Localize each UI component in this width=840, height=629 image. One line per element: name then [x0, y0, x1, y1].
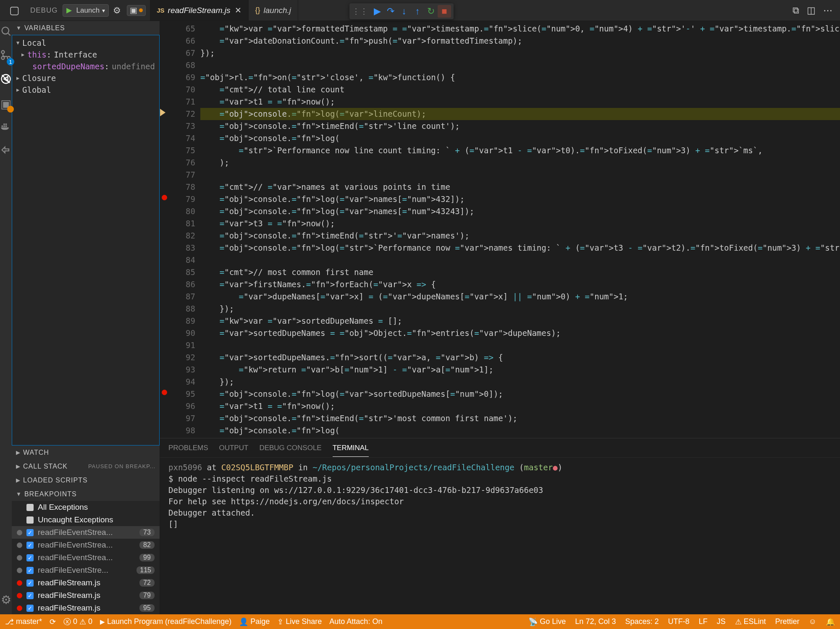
breakpoint-item[interactable]: ✓ readFileStream.js 72 — [12, 577, 160, 589]
breakpoint-item[interactable]: ✓ readFileEventStre... 115 — [12, 564, 160, 577]
code-line[interactable]: ="cmt">// most common first name — [200, 266, 840, 278]
variables-header[interactable]: ▼ VARIABLES — [12, 21, 160, 35]
docker-icon[interactable] — [0, 120, 12, 135]
code-line[interactable]: ="obj">console.="fn">timeEnd(="str">'lin… — [200, 120, 840, 132]
watch-header[interactable]: ▶WATCH — [12, 446, 160, 459]
code-line[interactable]: ="obj">console.="fn">timeEnd(="str">'mos… — [200, 412, 840, 425]
code-editor[interactable]: ="kw">var ="var">formattedTimestamp = ="… — [199, 21, 840, 438]
checkbox-icon[interactable]: ✓ — [26, 579, 34, 587]
code-line[interactable]: ="str">`Performance now line count timin… — [200, 144, 840, 157]
dropdown-icon[interactable]: ▾ — [102, 7, 105, 14]
status-encoding[interactable]: UTF-8 — [668, 617, 690, 626]
status-branch[interactable]: ⎇master* — [5, 617, 42, 626]
checkbox-icon[interactable]: ✓ — [26, 592, 34, 599]
tab-readfilestream[interactable]: JS readFileStream.js ✕ — [150, 0, 248, 21]
code-line[interactable]: ="var">sortedDupeNames = ="obj">Object.=… — [200, 327, 840, 339]
code-line[interactable]: ="cmt">// total line count — [200, 84, 840, 96]
source-control-icon[interactable]: 1 — [0, 49, 12, 64]
status-errors[interactable]: ⓧ0 ⚠0 — [63, 617, 92, 627]
search-icon[interactable] — [0, 25, 12, 40]
status-eslint[interactable]: ⚠ESLint — [735, 617, 766, 626]
var-this[interactable]: ▶this:Interface — [12, 49, 159, 60]
code-line[interactable]: }); — [200, 303, 840, 315]
status-sync[interactable]: ⟳ — [50, 617, 56, 626]
tab-output[interactable]: OUTPUT — [219, 444, 248, 452]
code-line[interactable]: ="kw">var ="var">sortedDupeNames = []; — [200, 315, 840, 327]
start-debug-icon[interactable]: ▶ — [66, 6, 72, 15]
code-line[interactable]: ="var">sortedDupeNames.="fn">sort((="var… — [200, 351, 840, 364]
code-line[interactable]: ="obj">console.="fn">log(="var">sortedDu… — [200, 388, 840, 400]
checkbox-icon[interactable]: ✓ — [26, 605, 34, 612]
debug-settings-icon[interactable]: ⚙ — [113, 5, 121, 16]
checkbox-icon[interactable]: ✓ — [26, 542, 34, 549]
breakpoint-dot-icon[interactable] — [162, 195, 167, 200]
step-into-icon[interactable]: ↓ — [397, 6, 411, 17]
status-golive[interactable]: 📡Go Live — [528, 617, 566, 626]
extensions-icon[interactable]: ▣ — [0, 97, 11, 111]
code-line[interactable]: ="obj">console.="fn">log(="str">`Perform… — [200, 242, 840, 254]
scope-local[interactable]: ▼Local — [12, 37, 159, 49]
code-line[interactable]: ="obj">console.="fn">log( — [200, 425, 840, 437]
split-editor-icon[interactable]: ◫ — [807, 5, 816, 16]
code-line[interactable]: ="obj">console.="fn">log(="var">names[="… — [200, 205, 840, 218]
continue-icon[interactable]: ▶ — [370, 6, 384, 17]
breakpoint-gutter[interactable] — [160, 21, 169, 438]
compare-icon[interactable]: ⧉ — [793, 5, 799, 16]
status-prettier[interactable]: Prettier — [775, 617, 800, 626]
breakpoint-item[interactable]: ✓ readFileEventStrea... 99 — [12, 551, 160, 564]
code-line[interactable] — [200, 59, 840, 71]
code-line[interactable]: ="obj">rl.="fn">on(="str">'close', ="kw"… — [200, 71, 840, 84]
tab-launch-json[interactable]: {} launch.j — [249, 0, 299, 21]
tab-debug-console[interactable]: DEBUG CONSOLE — [259, 444, 321, 452]
drag-handle-icon[interactable]: ⋮⋮ — [352, 7, 368, 16]
code-line[interactable]: ="obj">console.="fn">log( — [200, 132, 840, 144]
code-line[interactable]: ="var">t3 = ="fn">now(); — [200, 218, 840, 230]
liveshare-icon[interactable] — [0, 144, 12, 159]
code-line[interactable]: ="var">dateDonationCount.="fn">push(="va… — [200, 35, 840, 47]
status-spaces[interactable]: Spaces: 2 — [625, 617, 659, 626]
close-tab-icon[interactable]: ✕ — [235, 5, 242, 15]
status-lang[interactable]: JS — [717, 617, 726, 626]
status-launch[interactable]: ▶Launch Program (readFileChallenge) — [100, 617, 231, 626]
status-eol[interactable]: LF — [699, 617, 708, 626]
stop-icon[interactable]: ■ — [438, 5, 451, 18]
step-over-icon[interactable]: ↷ — [384, 6, 397, 17]
code-line[interactable]: ); — [200, 157, 840, 169]
status-bell-icon[interactable]: 🔔 — [826, 617, 835, 626]
code-line[interactable]: ="obj">console.="fn">timeEnd(="str">'="v… — [200, 230, 840, 242]
code-line[interactable]: }); — [200, 376, 840, 388]
tab-problems[interactable]: PROBLEMS — [168, 444, 208, 452]
code-line[interactable]: ="cmt">// ="var">names at various points… — [200, 181, 840, 193]
breakpoint-item[interactable]: ✓ readFileEventStrea... 73 — [12, 526, 160, 539]
code-line[interactable]: ="kw">var ="var">formattedTimestamp = ="… — [200, 23, 840, 35]
checkbox-icon[interactable]: ✓ — [26, 567, 34, 574]
files-icon[interactable]: ▢ — [9, 4, 20, 17]
code-line[interactable]: ="obj">console.="fn">log(="var">names[="… — [200, 193, 840, 205]
breakpoint-dot-icon[interactable] — [162, 390, 167, 395]
bp-uncaught-exceptions[interactable]: Uncaught Exceptions — [12, 514, 160, 526]
var-sorteddupenames[interactable]: sortedDupeNames:undefined — [12, 60, 159, 72]
breakpoint-item[interactable]: ✓ readFileStream.js 79 — [12, 589, 160, 602]
code-line[interactable]: ="var">dupeNames[="var">x] = (="var">dup… — [200, 291, 840, 303]
loadedscripts-header[interactable]: ▶LOADED SCRIPTS — [12, 473, 160, 487]
debug-console-icon[interactable]: ▣ — [127, 5, 146, 16]
step-out-icon[interactable]: ↑ — [411, 6, 424, 17]
checkbox-icon[interactable]: ✓ — [26, 529, 34, 536]
restart-icon[interactable]: ↻ — [424, 6, 438, 17]
bp-all-exceptions[interactable]: All Exceptions — [12, 501, 160, 514]
code-line[interactable] — [200, 254, 840, 266]
breakpoints-header[interactable]: ▼BREAKPOINTS — [12, 487, 160, 501]
terminal-output[interactable]: pxn5096 at C02SQ5LBGTFMMBP in ~/Repos/pe… — [160, 458, 840, 614]
code-line[interactable]: ="var">t1 = ="fn">now(); — [200, 400, 840, 412]
scope-global[interactable]: ▶Global — [12, 84, 159, 96]
launch-config-select[interactable]: ▶ Launch ▾ — [63, 4, 109, 17]
code-line[interactable]: ="var">firstNames.="fn">forEach(="var">x… — [200, 278, 840, 291]
status-feedback-icon[interactable]: ☺ — [809, 617, 816, 626]
settings-icon[interactable]: ⚙ — [1, 593, 11, 607]
scope-closure[interactable]: ▶Closure — [12, 72, 159, 84]
code-line[interactable]: ="obj">console.="fn">log(="var">lineCoun… — [200, 108, 840, 120]
callstack-header[interactable]: ▶CALL STACKPAUSED ON BREAKP... — [12, 459, 160, 473]
status-liveshare[interactable]: ⇪Live Share — [277, 617, 322, 626]
code-line[interactable] — [200, 169, 840, 181]
checkbox-icon[interactable] — [26, 504, 34, 511]
